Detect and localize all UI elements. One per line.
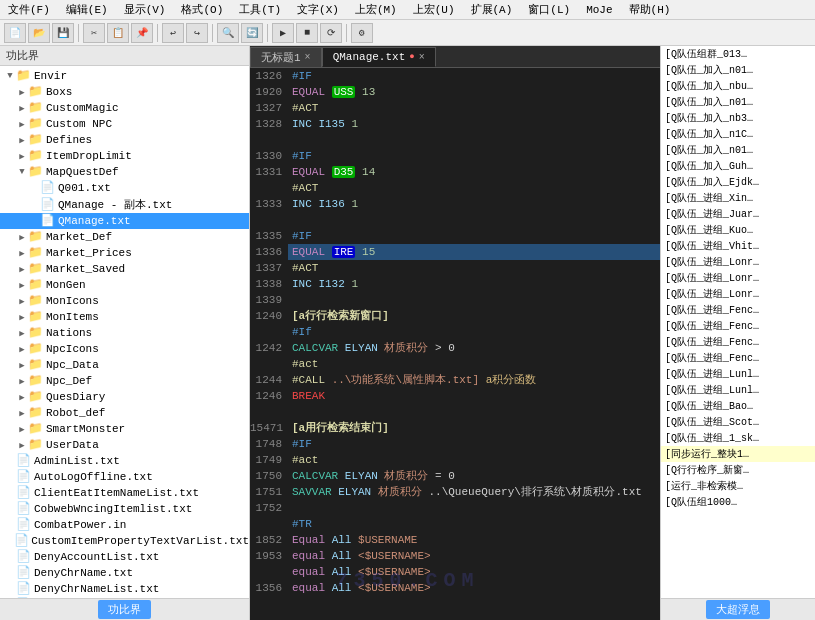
tree-item-envir[interactable]: ▼ 📁 Envir (0, 68, 249, 84)
tree-item-adminlist[interactable]: 📄 AdminList.txt (0, 453, 249, 469)
folder-icon-boxs: 📁 (28, 85, 44, 99)
right-item-21[interactable]: [Q队伍_进组_Lunl… (661, 382, 815, 398)
right-item-7[interactable]: [Q队伍_加入_Guh… (661, 158, 815, 174)
tab-qmanage-close[interactable]: × (419, 52, 425, 63)
tree-item-q001[interactable]: 📄 Q001.txt (0, 180, 249, 196)
toolbar-save[interactable]: 💾 (52, 23, 74, 43)
right-item-28[interactable]: [Q队伍组1000… (661, 494, 815, 510)
tree-item-smartmon[interactable]: ▶ 📁 SmartMonster (0, 421, 249, 437)
right-item-25[interactable]: [同步运行_整块1… (661, 446, 815, 462)
tree-item-marketsaved[interactable]: ▶ 📁 Market_Saved (0, 261, 249, 277)
tree-item-userdata[interactable]: ▶ 📁 UserData (0, 437, 249, 453)
right-item-19[interactable]: [Q队伍_进组_Fenc… (661, 350, 815, 366)
file-tree[interactable]: ▼ 📁 Envir ▶ 📁 Boxs ▶ 📁 CustomMagic ▶ 📁 (0, 66, 249, 598)
right-item-9[interactable]: [Q队伍_进组_Xin… (661, 190, 815, 206)
right-item-0[interactable]: [Q队伍组群_013… (661, 46, 815, 62)
menu-view[interactable]: 显示(V) (120, 2, 170, 17)
tree-item-nations[interactable]: ▶ 📁 Nations (0, 325, 249, 341)
toolbar-replace[interactable]: 🔄 (241, 23, 263, 43)
right-item-4[interactable]: [Q队伍_加入_nb3… (661, 110, 815, 126)
tree-item-marketdef[interactable]: ▶ 📁 Market_Def (0, 229, 249, 245)
tree-item-qmanage-copy[interactable]: 📄 QManage - 副本.txt (0, 196, 249, 213)
tree-item-marketprice[interactable]: ▶ 📁 Market_Prices (0, 245, 249, 261)
right-item-17[interactable]: [Q队伍_进组_Fenc… (661, 318, 815, 334)
tree-item-mapquest[interactable]: ▼ 📁 MapQuestDef (0, 164, 249, 180)
right-btn-daochao[interactable]: 大超浮息 (706, 600, 770, 619)
right-item-16[interactable]: [Q队伍_进组_Fenc… (661, 302, 815, 318)
tree-item-qmanage[interactable]: 📄 QManage.txt (0, 213, 249, 229)
right-item-27[interactable]: [运行_非检索模… (661, 478, 815, 494)
tree-item-clienteat[interactable]: 📄 ClientEatItemNameList.txt (0, 485, 249, 501)
tree-item-combatpower[interactable]: 📄 CombatPower.in (0, 517, 249, 533)
toolbar-open[interactable]: 📂 (28, 23, 50, 43)
right-item-6[interactable]: [Q队伍_加入_n01… (661, 142, 815, 158)
right-item-26[interactable]: [Q行行检序_新窗… (661, 462, 815, 478)
right-item-10[interactable]: [Q队伍_进组_Juar… (661, 206, 815, 222)
right-item-3[interactable]: [Q队伍_加入_n01… (661, 94, 815, 110)
tree-item-monicons[interactable]: ▶ 📁 MonIcons (0, 293, 249, 309)
right-item-22[interactable]: [Q队伍_进组_Bao… (661, 398, 815, 414)
tree-item-autologoff[interactable]: 📄 AutoLogOffline.txt (0, 469, 249, 485)
toolbar-settings[interactable]: ⚙ (351, 23, 373, 43)
tree-item-defines[interactable]: ▶ 📁 Defines (0, 132, 249, 148)
right-item-12[interactable]: [Q队伍_进组_Vhit… (661, 238, 815, 254)
tab-qmanage[interactable]: QManage.txt ● × (322, 47, 436, 67)
right-item-2[interactable]: [Q队伍_加入_nbu… (661, 78, 815, 94)
tree-item-custmagic[interactable]: ▶ 📁 CustomMagic (0, 100, 249, 116)
code-editor[interactable]: 1326 #IF 1920 EQUAL USS 13 1327 #ACT 132… (250, 68, 660, 620)
right-item-8[interactable]: [Q队伍_加入_Ejdk… (661, 174, 815, 190)
tab-untitled[interactable]: 无标题1 × (250, 47, 322, 67)
tree-item-denychrname[interactable]: 📄 DenyChrName.txt (0, 565, 249, 581)
tab-untitled-close[interactable]: × (305, 52, 311, 63)
tree-item-mongen[interactable]: ▶ 📁 MonGen (0, 277, 249, 293)
right-item-1[interactable]: [Q队伍_加入_n01… (661, 62, 815, 78)
folder-icon-quesdiary: 📁 (28, 390, 44, 404)
toolbar-search[interactable]: 🔍 (217, 23, 239, 43)
menu-text[interactable]: 文字(X) (293, 2, 343, 17)
toolbar: 📄 📂 💾 ✂ 📋 📌 ↩ ↪ 🔍 🔄 ▶ ■ ⟳ ⚙ (0, 20, 815, 46)
tree-item-denyaccount[interactable]: 📄 DenyAccountList.txt (0, 549, 249, 565)
toolbar-copy[interactable]: 📋 (107, 23, 129, 43)
right-item-20[interactable]: [Q队伍_进组_Lunl… (661, 366, 815, 382)
toolbar-stop[interactable]: ■ (296, 23, 318, 43)
menu-tools[interactable]: 工具(T) (235, 2, 285, 17)
tree-item-denychronamelist[interactable]: 📄 DenyChrNameList.txt (0, 581, 249, 597)
menu-file[interactable]: 文件(F) (4, 2, 54, 17)
right-item-24[interactable]: [Q队伍_进组_1_sk… (661, 430, 815, 446)
tree-item-robotdef[interactable]: ▶ 📁 Robot_def (0, 405, 249, 421)
right-item-11[interactable]: [Q队伍_进组_Kuo… (661, 222, 815, 238)
menu-format[interactable]: 格式(O) (177, 2, 227, 17)
right-item-23[interactable]: [Q队伍_进组_Scot… (661, 414, 815, 430)
sidebar-btn-gongbi[interactable]: 功比界 (98, 600, 151, 619)
right-item-13[interactable]: [Q队伍_进组_Lonr… (661, 254, 815, 270)
right-item-15[interactable]: [Q队伍_进组_Lonr… (661, 286, 815, 302)
menu-window[interactable]: 窗口(L) (524, 2, 574, 17)
toolbar-refresh[interactable]: ⟳ (320, 23, 342, 43)
tree-item-customprop[interactable]: 📄 CustomItemPropertyTextVarList.txt (0, 533, 249, 549)
toolbar-paste[interactable]: 📌 (131, 23, 153, 43)
tree-item-npcicons[interactable]: ▶ 📁 NpcIcons (0, 341, 249, 357)
menu-help[interactable]: 帮助(H) (625, 2, 675, 17)
toolbar-run[interactable]: ▶ (272, 23, 294, 43)
tree-item-quesdiary[interactable]: ▶ 📁 QuesDiary (0, 389, 249, 405)
menu-macro2[interactable]: 上宏(U) (409, 2, 459, 17)
menu-macro1[interactable]: 上宏(M) (351, 2, 401, 17)
tree-item-itemdrop[interactable]: ▶ 📁 ItemDropLimit (0, 148, 249, 164)
menu-edit[interactable]: 编辑(E) (62, 2, 112, 17)
tree-item-npcdef[interactable]: ▶ 📁 Npc_Def (0, 373, 249, 389)
menu-extend[interactable]: 扩展(A) (467, 2, 517, 17)
tree-item-boxs[interactable]: ▶ 📁 Boxs (0, 84, 249, 100)
right-item-18[interactable]: [Q队伍_进组_Fenc… (661, 334, 815, 350)
toolbar-cut[interactable]: ✂ (83, 23, 105, 43)
menu-moje[interactable]: MoJe (582, 4, 616, 16)
toolbar-redo[interactable]: ↪ (186, 23, 208, 43)
tree-item-monitems[interactable]: ▶ 📁 MonItems (0, 309, 249, 325)
right-item-5[interactable]: [Q队伍_加入_n1C… (661, 126, 815, 142)
tree-item-custnpc[interactable]: ▶ 📁 Custom NPC (0, 116, 249, 132)
right-item-14[interactable]: [Q队伍_进组_Lonr… (661, 270, 815, 286)
tree-item-npcdata[interactable]: ▶ 📁 Npc_Data (0, 357, 249, 373)
toolbar-undo[interactable]: ↩ (162, 23, 184, 43)
tree-item-cobweb[interactable]: 📄 CobwebWncingItemlist.txt (0, 501, 249, 517)
toolbar-new[interactable]: 📄 (4, 23, 26, 43)
right-function-list[interactable]: [Q队伍组群_013… [Q队伍_加入_n01… [Q队伍_加入_nbu… [Q… (661, 46, 815, 598)
